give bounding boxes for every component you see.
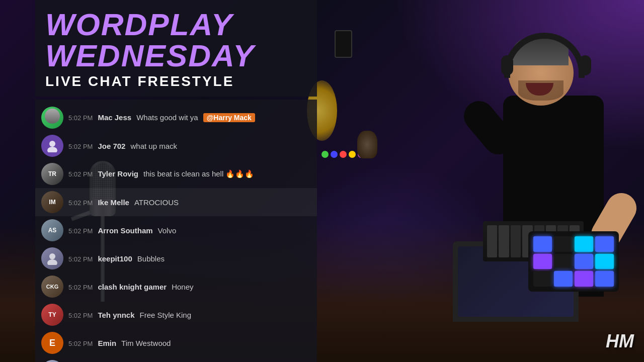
hm-watermark: HM — [606, 331, 634, 352]
midi-key — [595, 236, 614, 252]
midi-key — [575, 271, 593, 287]
midi-key — [554, 236, 573, 252]
midi-key — [533, 254, 552, 269]
midi-key — [533, 271, 552, 287]
midi-key — [533, 236, 552, 252]
list-item: IM 5:02 PM Ike Melle ATROCIOUS — [35, 188, 317, 216]
headphone-right-cup — [579, 55, 591, 75]
headphones — [504, 33, 585, 78]
midi-key — [554, 271, 573, 287]
midi-key — [554, 254, 573, 269]
chat-overlay: WORDPLAY WEDNESDAY LIVE CHAT FREESTYLE 5… — [35, 0, 317, 362]
headphone-left-cup — [501, 55, 513, 75]
studio-speaker — [335, 30, 352, 58]
midi-key — [595, 271, 614, 287]
midi-key — [575, 236, 593, 252]
midi-key — [575, 254, 593, 269]
decorative-vase — [357, 131, 377, 158]
avatar: IM — [41, 191, 63, 213]
midi-key — [595, 254, 614, 269]
midi-pad — [528, 231, 619, 292]
mention-tag: @Harry Mack — [203, 113, 255, 122]
chat-container: 5:02 PM Mac Jess Whats good wit ya @Harr… — [35, 100, 317, 362]
